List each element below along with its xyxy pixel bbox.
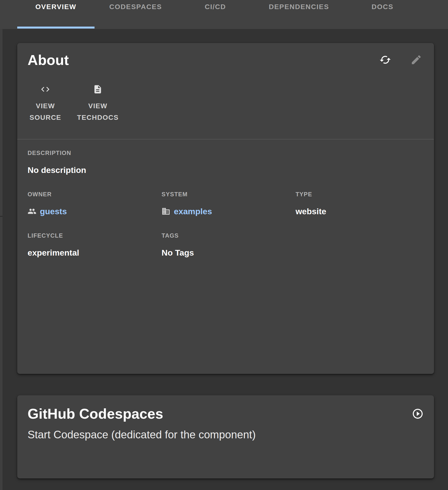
system-link[interactable]: examples: [161, 206, 289, 216]
tab-overview[interactable]: OVERVIEW: [17, 0, 95, 29]
tab-docs[interactable]: DOCS: [344, 0, 421, 29]
tab-dependencies[interactable]: DEPENDENCIES: [254, 0, 344, 29]
field-owner: OWNER guests: [28, 191, 156, 216]
about-card-content: DESCRIPTION No description OWNER guests …: [17, 139, 434, 258]
owner-link[interactable]: guests: [28, 206, 156, 216]
field-lifecycle: LIFECYCLE experimental: [28, 232, 156, 258]
active-tab-indicator: [17, 27, 95, 29]
building-icon: [161, 207, 170, 216]
field-value-tags: No Tags: [161, 248, 289, 258]
about-card-actions: [379, 54, 422, 66]
field-label-system: SYSTEM: [161, 191, 289, 198]
view-techdocs-label: VIEW TECHDOCS: [77, 100, 119, 123]
refresh-button[interactable]: [379, 54, 391, 66]
edit-pencil-icon: [410, 54, 422, 66]
field-label-lifecycle: LIFECYCLE: [28, 232, 156, 239]
tabs: OVERVIEW CODESPACES CI/CD DEPENDENCIES D…: [0, 0, 448, 29]
tab-dependencies-label: DEPENDENCIES: [269, 3, 329, 11]
field-label-owner: OWNER: [28, 191, 156, 198]
view-source-link[interactable]: VIEW SOURCE: [30, 84, 61, 123]
tab-codespaces[interactable]: CODESPACES: [95, 0, 177, 29]
about-card: About VIEW SOURCE: [17, 43, 434, 374]
tab-overview-label: OVERVIEW: [35, 3, 76, 11]
github-codespaces-card: GitHub Codespaces Start Codespace (dedic…: [17, 395, 434, 478]
field-type: TYPE website: [296, 191, 424, 216]
owner-link-label: guests: [40, 206, 67, 216]
codespaces-subtitle: Start Codespace (dedicated for the compo…: [28, 428, 424, 441]
left-edge-strip-divider: [0, 216, 2, 217]
field-label-description: DESCRIPTION: [28, 149, 424, 157]
field-empty: [296, 232, 424, 258]
codespaces-card-title: GitHub Codespaces: [28, 405, 163, 422]
cached-refresh-icon: [379, 54, 391, 66]
entity-tab-bar: OVERVIEW CODESPACES CI/CD DEPENDENCIES D…: [0, 0, 448, 29]
about-card-header: About: [17, 43, 434, 69]
about-fields-grid: OWNER guests SYSTEM examples: [28, 191, 424, 258]
start-codespace-button[interactable]: [412, 408, 424, 420]
tab-cicd[interactable]: CI/CD: [177, 0, 254, 29]
system-link-label: examples: [174, 206, 212, 216]
edit-button[interactable]: [410, 54, 422, 66]
entity-overview-page: OVERVIEW CODESPACES CI/CD DEPENDENCIES D…: [0, 0, 448, 490]
field-description: DESCRIPTION No description: [28, 149, 424, 175]
tab-codespaces-label: CODESPACES: [109, 3, 162, 11]
field-label-type: TYPE: [296, 191, 424, 198]
play-circle-icon: [412, 408, 424, 420]
field-value-type: website: [296, 206, 424, 216]
field-label-tags: TAGS: [161, 232, 289, 239]
document-icon: [93, 84, 103, 94]
view-techdocs-link[interactable]: VIEW TECHDOCS: [77, 84, 119, 123]
field-value-description: No description: [28, 165, 424, 175]
view-source-label: VIEW SOURCE: [30, 100, 61, 123]
field-value-lifecycle: experimental: [28, 248, 156, 258]
tab-docs-label: DOCS: [371, 3, 393, 11]
about-card-title: About: [28, 51, 69, 69]
code-icon: [40, 84, 50, 94]
field-tags: TAGS No Tags: [161, 232, 289, 258]
codespaces-card-header: GitHub Codespaces: [28, 405, 424, 422]
tab-cicd-label: CI/CD: [205, 3, 226, 11]
group-people-icon: [28, 207, 36, 216]
about-card-icon-links: VIEW SOURCE VIEW TECHDOCS: [17, 69, 434, 123]
left-edge-strip: [0, 29, 2, 490]
field-system: SYSTEM examples: [161, 191, 289, 216]
